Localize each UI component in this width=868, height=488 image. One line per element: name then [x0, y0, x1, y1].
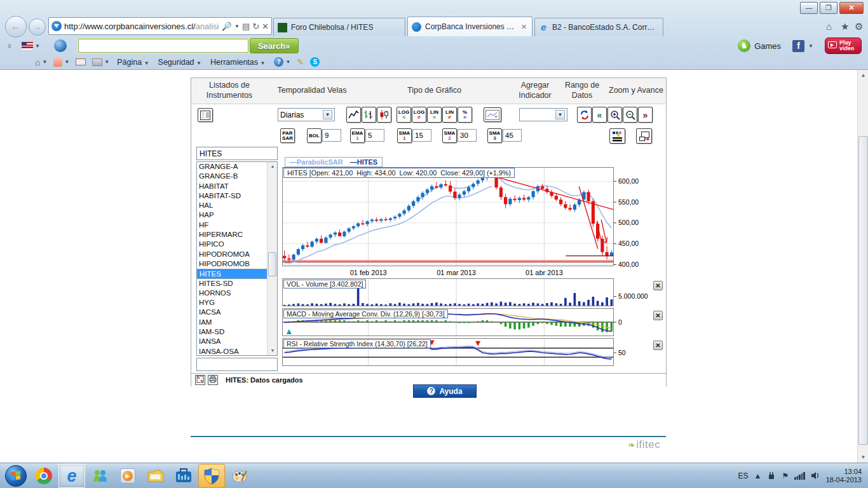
chart-type-ohlc-button[interactable] [362, 107, 376, 123]
ema1-period-input[interactable] [365, 129, 384, 142]
stock-item[interactable]: HORNOS [197, 288, 268, 298]
network-icon[interactable] [794, 472, 805, 480]
sma2-period-input[interactable] [458, 129, 477, 142]
print-chart-button[interactable] [208, 375, 218, 385]
taskbar-chrome[interactable] [31, 464, 57, 488]
rango-datos-select[interactable]: ▼ [519, 108, 567, 121]
fullscreen-button[interactable] [195, 375, 205, 385]
stock-item[interactable]: HYG [197, 298, 268, 308]
stock-item[interactable]: IACSA [197, 308, 268, 317]
facebook-dropdown-icon[interactable]: ▼ [808, 43, 813, 49]
menu-herramientas[interactable]: Herramientas ▼ [210, 58, 265, 67]
sma3-period-input[interactable] [503, 129, 522, 142]
page-scrollbar[interactable]: ▲ ▼ [857, 70, 868, 463]
help-button[interactable]: ? Ayuda [413, 384, 477, 398]
tab-bancoestado[interactable]: e B2 - BancoEstado S.A. Corredo... [534, 18, 663, 36]
minimize-button[interactable]: — [800, 2, 818, 14]
stock-item[interactable]: HF [197, 220, 268, 230]
stock-item[interactable]: GRANGE-A [197, 162, 268, 172]
symbol-secondary-input[interactable] [196, 358, 278, 371]
taskbar-mediaplayer[interactable]: ▶ [114, 464, 141, 488]
back-button[interactable]: ← [5, 16, 27, 37]
restore-button[interactable]: ❐ [820, 2, 837, 14]
hidden-icons-arrow[interactable]: ▲ [754, 471, 762, 480]
rss-icon[interactable] [53, 58, 62, 67]
home-dropdown-icon[interactable]: ▼ [42, 59, 47, 65]
scroll-up-icon[interactable]: ▲ [268, 162, 278, 171]
compatibility-icon[interactable]: ▤ [242, 22, 250, 31]
taskbar-ie-active[interactable]: e [58, 464, 85, 488]
scroll-down-icon[interactable]: ▼ [268, 346, 278, 355]
sma1-button[interactable]: SMA1 [397, 128, 412, 143]
tab-corpbanca-active[interactable]: CorpBanca Inversiones - A... ✕ [407, 17, 532, 36]
chart-type-candles-button[interactable] [377, 107, 391, 123]
stock-item[interactable]: IAM [197, 318, 268, 327]
sma1-period-input[interactable] [412, 129, 431, 142]
print-icon[interactable] [92, 58, 102, 66]
settings-gear-icon[interactable]: ⚙ [855, 21, 863, 32]
chart-type-line-button[interactable] [346, 107, 361, 123]
language-flag-icon[interactable] [22, 42, 33, 50]
scale-log-ne-button[interactable]: LOG≠ [412, 107, 426, 123]
facebook-icon[interactable]: f [792, 40, 804, 52]
stock-item[interactable]: IANSA [197, 337, 268, 346]
stock-item[interactable]: HAL [197, 201, 268, 210]
stock-item[interactable]: HIPERMARC [197, 230, 268, 240]
export-chart-button[interactable] [636, 128, 652, 144]
play-video-button[interactable]: Play video [825, 37, 862, 54]
taskbar-paint[interactable] [226, 464, 253, 488]
sma2-button[interactable]: SMA2 [442, 128, 457, 143]
toolbar-close-icon[interactable]: x [8, 41, 11, 50]
refresh-icon[interactable]: ↻ [252, 22, 259, 31]
menu-pagina[interactable]: Página ▼ [117, 58, 149, 67]
pen-icon[interactable]: ✎ [297, 57, 304, 67]
scale-log-eq-button[interactable]: LOG= [397, 107, 411, 123]
games-label[interactable]: Games [754, 41, 781, 51]
stock-item[interactable]: HIPODROMOB [197, 259, 268, 269]
mail-icon[interactable] [76, 58, 86, 65]
stock-item[interactable]: HITES-SD [197, 279, 268, 288]
volume-icon[interactable] [811, 471, 820, 480]
taskbar-messenger[interactable] [86, 464, 113, 488]
stock-item[interactable]: IANSA-OSA [197, 347, 268, 356]
stock-item[interactable]: HAP [197, 210, 268, 220]
scale-pct-button[interactable]: %= [458, 107, 472, 123]
zoom-in-button[interactable] [607, 107, 622, 123]
stock-item[interactable]: IAM-SD [197, 327, 268, 337]
scroll-thumb[interactable] [858, 136, 868, 445]
scroll-up-icon[interactable]: ▲ [858, 70, 868, 81]
stop-icon[interactable]: ✕ [262, 22, 269, 31]
search-input[interactable] [78, 39, 248, 53]
scroll-thumb[interactable] [268, 252, 276, 276]
stock-item[interactable]: HITES [197, 269, 268, 278]
chart-colors-button[interactable] [609, 128, 625, 144]
stock-item[interactable]: HIPODROMOA [197, 250, 268, 259]
flag-dropdown-icon[interactable]: ▼ [35, 43, 40, 49]
games-icon[interactable]: ♞ [738, 39, 750, 52]
pan-right-button[interactable]: » [638, 107, 653, 123]
taskbar-uac[interactable] [198, 464, 225, 488]
tab-foro-chilebolsa[interactable]: Foro Chilebolsa / HITES [273, 18, 405, 36]
stock-item[interactable]: HIPICO [197, 240, 268, 249]
price-chart[interactable]: 600,00550,00500,00450,00400,0001 feb 201… [282, 167, 666, 278]
macd-close-button[interactable]: ✕ [653, 311, 663, 320]
address-dropdown-icon[interactable]: ▼ [234, 24, 240, 29]
search-icon[interactable]: 🔎 [222, 22, 232, 31]
stock-list-scrollbar[interactable]: ▲ ▼ [267, 162, 277, 355]
favorites-star-icon[interactable]: ★ [841, 21, 849, 32]
scroll-down-icon[interactable]: ▼ [858, 452, 868, 463]
add-indicator-button[interactable]: + [484, 107, 501, 122]
forward-button[interactable]: → [29, 18, 46, 36]
rss-dropdown-icon[interactable]: ▼ [64, 59, 69, 65]
zoom-out-button[interactable] [623, 107, 637, 123]
scale-lin-eq-button[interactable]: LIN= [427, 107, 442, 123]
taskbar-explorer[interactable] [142, 464, 169, 488]
start-button[interactable] [3, 464, 29, 488]
stock-item[interactable]: HABITAT [197, 182, 268, 191]
parsar-button[interactable]: PARSAR [280, 128, 295, 143]
sma3-button[interactable]: SMA3 [487, 128, 502, 143]
language-indicator[interactable]: ES [738, 471, 749, 480]
temporalidad-select[interactable]: Diarias▼ [278, 108, 335, 121]
taskbar-market-app[interactable] [170, 464, 197, 488]
print-dropdown-icon[interactable]: ▼ [104, 59, 109, 65]
